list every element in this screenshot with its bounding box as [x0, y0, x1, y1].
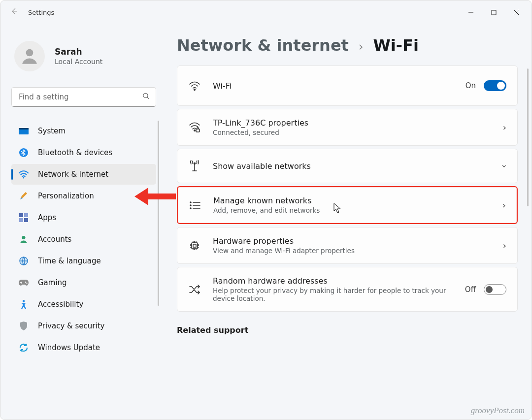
svg-rect-23: [192, 243, 198, 249]
sidebar-item-update[interactable]: Windows Update: [11, 337, 156, 358]
svg-point-15: [23, 300, 25, 302]
paintbrush-icon: [18, 191, 29, 201]
sidebar-item-bluetooth[interactable]: Bluetooth & devices: [11, 142, 156, 163]
sidebar-item-label: Time & language: [38, 257, 101, 265]
close-icon: [513, 9, 519, 15]
watermark: groovyPost.com: [471, 406, 525, 416]
minimize-button[interactable]: [460, 4, 482, 20]
card-available-networks[interactable]: Show available networks ›: [177, 149, 518, 183]
breadcrumb-parent[interactable]: Network & internet: [177, 36, 349, 55]
card-random-hw-addresses[interactable]: Random hardware addresses Help protect y…: [177, 267, 518, 312]
card-title: Random hardware addresses: [213, 276, 453, 286]
content-scrollbar[interactable]: [527, 68, 529, 206]
user-subtitle: Local Account: [55, 58, 102, 65]
svg-point-14: [26, 283, 27, 284]
wifi-icon: [188, 81, 201, 91]
toggle-state-label: Off: [465, 285, 476, 294]
minimize-icon: [468, 9, 474, 15]
svg-rect-4: [19, 128, 29, 129]
random-hw-toggle[interactable]: [484, 284, 506, 295]
sidebar-item-system[interactable]: System: [11, 121, 156, 141]
sidebar-item-time[interactable]: Time & language: [11, 251, 156, 271]
card-manage-known-networks[interactable]: Manage known networks Add, remove, and e…: [177, 186, 518, 224]
chevron-right-icon: ›: [359, 40, 364, 54]
maximize-button[interactable]: [482, 4, 505, 20]
system-icon: [18, 126, 29, 136]
list-icon: [189, 200, 201, 210]
svg-point-19: [194, 162, 195, 164]
chevron-right-icon: ›: [502, 200, 506, 210]
card-subtitle: Help protect your privacy by making it h…: [213, 287, 453, 302]
card-subtitle: Connected, secured: [213, 129, 491, 136]
settings-window: Settings Sarah Local Account: [0, 0, 532, 420]
shield-icon: [18, 321, 29, 331]
sidebar: Sarah Local Account System Blueto: [0, 24, 163, 420]
sidebar-item-label: Accessibility: [38, 300, 83, 309]
svg-point-20: [190, 202, 191, 203]
globe-clock-icon: [18, 256, 29, 266]
user-name: Sarah: [55, 47, 102, 57]
card-connection-properties[interactable]: TP-Link_736C properties Connected, secur…: [177, 109, 518, 146]
svg-rect-0: [492, 10, 496, 15]
sidebar-item-label: Network & internet: [38, 170, 108, 179]
card-subtitle: View and manage Wi-Fi adapter properties: [213, 247, 491, 255]
svg-point-6: [23, 177, 25, 179]
accounts-icon: [18, 234, 29, 245]
sidebar-item-personalization[interactable]: Personalization: [11, 186, 156, 206]
svg-rect-9: [19, 218, 23, 222]
accessibility-icon: [18, 299, 29, 310]
sidebar-item-apps[interactable]: Apps: [11, 207, 156, 228]
svg-point-22: [190, 208, 191, 209]
gamepad-icon: [18, 277, 29, 288]
card-title: Wi-Fi: [213, 81, 454, 91]
close-button[interactable]: [505, 4, 528, 20]
avatar: [14, 41, 45, 71]
sidebar-scrollbar[interactable]: [158, 121, 159, 306]
user-profile[interactable]: Sarah Local Account: [11, 35, 156, 81]
update-icon: [18, 342, 29, 353]
svg-rect-24: [193, 244, 196, 247]
chevron-down-icon: ›: [499, 164, 510, 167]
title-bar: Settings: [0, 0, 532, 24]
svg-point-16: [194, 89, 196, 91]
person-icon: [19, 46, 40, 66]
sidebar-item-label: Windows Update: [38, 343, 100, 352]
sidebar-item-accounts[interactable]: Accounts: [11, 229, 156, 250]
sidebar-item-label: Privacy & security: [38, 322, 104, 330]
sidebar-item-privacy[interactable]: Privacy & security: [11, 316, 156, 336]
breadcrumb: Network & internet › Wi-Fi: [177, 36, 518, 55]
sidebar-item-gaming[interactable]: Gaming: [11, 272, 156, 293]
svg-point-17: [194, 129, 195, 130]
back-arrow-icon: [10, 7, 18, 15]
maximize-icon: [491, 10, 497, 15]
wifi-toggle[interactable]: [484, 80, 506, 91]
search-input[interactable]: [11, 87, 156, 107]
toggle-state-label: On: [466, 81, 476, 90]
svg-rect-10: [24, 218, 28, 222]
sidebar-item-accessibility[interactable]: Accessibility: [11, 294, 156, 315]
card-title: TP-Link_736C properties: [213, 118, 491, 128]
svg-rect-8: [24, 213, 28, 217]
sidebar-item-label: Gaming: [38, 278, 67, 287]
bluetooth-icon: [18, 147, 29, 158]
sidebar-item-network[interactable]: Network & internet: [11, 164, 156, 185]
page-title: Wi-Fi: [373, 36, 419, 55]
card-wifi-toggle[interactable]: Wi-Fi On: [177, 65, 518, 106]
card-hardware-properties[interactable]: Hardware properties View and manage Wi-F…: [177, 227, 518, 264]
window-title: Settings: [28, 9, 54, 16]
sidebar-nav: System Bluetooth & devices Network & int…: [11, 121, 156, 358]
related-support-heading: Related support: [177, 325, 518, 335]
wifi-secure-icon: [188, 122, 201, 133]
apps-icon: [18, 212, 29, 223]
chip-icon: [188, 240, 201, 252]
search-box[interactable]: [11, 87, 156, 107]
card-title: Manage known networks: [213, 196, 491, 205]
back-button[interactable]: [4, 7, 24, 17]
antenna-icon: [188, 160, 201, 172]
sidebar-item-label: Personalization: [38, 192, 94, 200]
chevron-right-icon: ›: [503, 122, 506, 132]
svg-point-21: [190, 205, 191, 206]
card-subtitle: Add, remove, and edit networks: [213, 206, 491, 214]
svg-rect-7: [19, 213, 23, 217]
svg-rect-18: [196, 129, 200, 132]
